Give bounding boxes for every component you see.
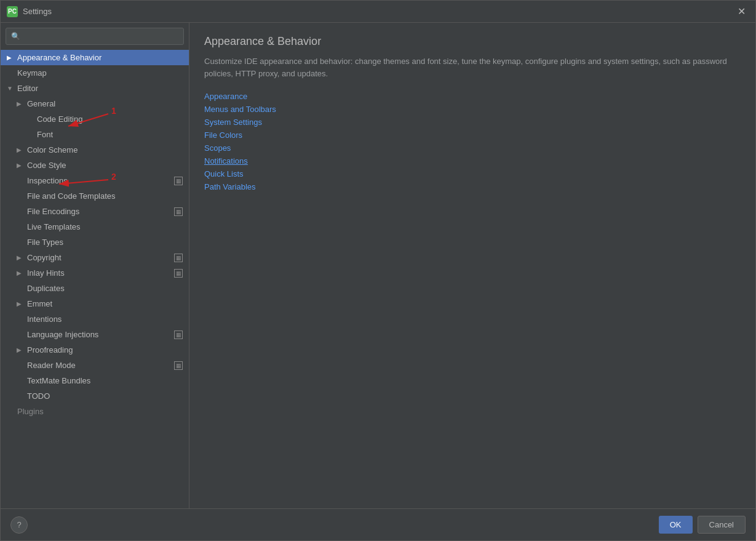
sidebar-item-code-style[interactable]: ▶ Code Style bbox=[1, 158, 189, 173]
sidebar: 🔍 ▶ Appearance & Behavior Keymap ▼ bbox=[1, 23, 189, 508]
sidebar-item-label: Language Injections bbox=[27, 330, 172, 339]
help-button[interactable]: ? bbox=[10, 516, 28, 534]
settings-badge: ▦ bbox=[174, 177, 183, 185]
link-scopes[interactable]: Scopes bbox=[204, 143, 741, 153]
sidebar-item-label: TextMate Bundles bbox=[27, 376, 183, 385]
settings-dialog: PC Settings ✕ 🔍 ▶ Appearance & Behavior bbox=[0, 0, 756, 541]
sidebar-item-proofreading[interactable]: ▶ Proofreading bbox=[1, 342, 189, 358]
sidebar-item-label: Inlay Hints bbox=[27, 268, 172, 278]
chevron-icon: ▶ bbox=[17, 254, 24, 261]
settings-badge: ▦ bbox=[174, 254, 183, 262]
action-buttons: OK Cancel bbox=[659, 516, 746, 534]
content-area: 🔍 ▶ Appearance & Behavior Keymap ▼ bbox=[1, 23, 755, 508]
sidebar-item-editor[interactable]: ▼ Editor bbox=[1, 81, 189, 96]
sidebar-item-label: Code Style bbox=[27, 161, 183, 170]
link-quick-lists[interactable]: Quick Lists bbox=[204, 169, 741, 178]
chevron-placeholder bbox=[7, 70, 14, 76]
settings-badge: ▦ bbox=[174, 331, 183, 339]
sidebar-item-label: Emmet bbox=[27, 299, 183, 308]
sidebar-item-emmet[interactable]: ▶ Emmet bbox=[1, 296, 189, 311]
sidebar-item-language-injections[interactable]: Language Injections ▦ bbox=[1, 327, 189, 342]
chevron-placeholder bbox=[17, 362, 24, 369]
link-system-settings[interactable]: System Settings bbox=[204, 118, 741, 127]
sidebar-item-file-code-templates[interactable]: File and Code Templates bbox=[1, 188, 189, 204]
sidebar-item-label: Appearance & Behavior bbox=[17, 53, 183, 62]
main-content: Appearance & Behavior Customize IDE appe… bbox=[189, 23, 755, 508]
sidebar-item-label: Editor bbox=[17, 84, 183, 93]
search-box[interactable]: 🔍 bbox=[6, 28, 184, 45]
chevron-placeholder bbox=[17, 316, 24, 323]
settings-badge: ▦ bbox=[174, 207, 183, 216]
sidebar-item-file-encodings[interactable]: File Encodings ▦ bbox=[1, 204, 189, 219]
chevron-placeholder bbox=[7, 408, 14, 415]
chevron-placeholder bbox=[26, 116, 34, 122]
cancel-button[interactable]: Cancel bbox=[698, 516, 746, 534]
chevron-icon: ▶ bbox=[17, 347, 24, 353]
chevron-placeholder bbox=[17, 193, 24, 199]
sidebar-item-color-scheme[interactable]: ▶ Color Scheme bbox=[1, 142, 189, 158]
sidebar-item-appearance-behavior[interactable]: ▶ Appearance & Behavior bbox=[1, 50, 189, 65]
sidebar-item-code-editing[interactable]: Code Editing bbox=[1, 111, 189, 127]
page-title: Appearance & Behavior bbox=[204, 35, 741, 48]
title-bar: PC Settings ✕ bbox=[1, 1, 755, 23]
link-appearance[interactable]: Appearance bbox=[204, 92, 741, 101]
chevron-placeholder bbox=[26, 131, 34, 138]
sidebar-item-todo[interactable]: TODO bbox=[1, 388, 189, 404]
link-path-variables[interactable]: Path Variables bbox=[204, 182, 741, 191]
sidebar-item-plugins[interactable]: Plugins bbox=[1, 404, 189, 419]
sidebar-item-inlay-hints[interactable]: ▶ Inlay Hints ▦ bbox=[1, 265, 189, 281]
chevron-placeholder bbox=[17, 393, 24, 399]
settings-badge: ▦ bbox=[174, 361, 183, 370]
chevron-icon: ▶ bbox=[17, 146, 24, 153]
chevron-placeholder bbox=[17, 239, 24, 246]
sidebar-item-label: Font bbox=[37, 130, 183, 139]
sidebar-item-live-templates[interactable]: Live Templates bbox=[1, 219, 189, 234]
ok-button[interactable]: OK bbox=[659, 516, 693, 534]
page-description: Customize IDE appearance and behavior: c… bbox=[204, 55, 741, 79]
link-list: Appearance Menus and Toolbars System Set… bbox=[204, 92, 741, 191]
chevron-icon: ▶ bbox=[7, 54, 14, 61]
sidebar-item-label: Live Templates bbox=[27, 222, 183, 231]
sidebar-item-label: TODO bbox=[27, 391, 183, 401]
link-file-colors[interactable]: File Colors bbox=[204, 130, 741, 140]
search-input[interactable] bbox=[23, 32, 178, 41]
sidebar-item-label: Inspections bbox=[27, 176, 172, 185]
sidebar-item-label: Intentions bbox=[27, 315, 183, 324]
sidebar-item-label: File Types bbox=[27, 238, 183, 247]
sidebar-item-keymap[interactable]: Keymap bbox=[1, 65, 189, 81]
sidebar-item-intentions[interactable]: Intentions bbox=[1, 311, 189, 327]
sidebar-item-label: Copyright bbox=[27, 253, 172, 262]
app-icon: PC bbox=[7, 6, 18, 17]
sidebar-item-label: File and Code Templates bbox=[27, 191, 183, 201]
chevron-placeholder bbox=[17, 285, 24, 292]
search-icon: 🔍 bbox=[11, 32, 20, 41]
sidebar-tree: ▶ Appearance & Behavior Keymap ▼ Editor … bbox=[1, 50, 189, 508]
sidebar-item-file-types[interactable]: File Types bbox=[1, 234, 189, 250]
sidebar-item-label: Proofreading bbox=[27, 345, 183, 355]
sidebar-item-label: Code Editing bbox=[37, 114, 183, 124]
sidebar-item-inspections[interactable]: Inspections ▦ bbox=[1, 173, 189, 188]
chevron-placeholder bbox=[17, 377, 24, 384]
window-title: Settings bbox=[23, 7, 734, 16]
chevron-placeholder bbox=[17, 177, 24, 184]
sidebar-item-general[interactable]: ▶ General bbox=[1, 96, 189, 111]
sidebar-item-copyright[interactable]: ▶ Copyright ▦ bbox=[1, 250, 189, 265]
sidebar-item-label: Plugins bbox=[17, 407, 183, 416]
link-menus-toolbars[interactable]: Menus and Toolbars bbox=[204, 105, 741, 114]
chevron-placeholder bbox=[17, 223, 24, 230]
sidebar-item-label: File Encodings bbox=[27, 207, 172, 216]
sidebar-item-label: Duplicates bbox=[27, 284, 183, 293]
sidebar-item-duplicates[interactable]: Duplicates bbox=[1, 281, 189, 296]
sidebar-item-font[interactable]: Font bbox=[1, 127, 189, 142]
chevron-placeholder bbox=[17, 331, 24, 338]
link-notifications[interactable]: Notifications bbox=[204, 156, 741, 166]
chevron-icon: ▶ bbox=[17, 100, 24, 107]
bottom-bar: ? OK Cancel bbox=[1, 508, 755, 540]
sidebar-item-textmate-bundles[interactable]: TextMate Bundles bbox=[1, 373, 189, 388]
settings-badge: ▦ bbox=[174, 269, 183, 278]
sidebar-item-label: Keymap bbox=[17, 68, 183, 78]
close-button[interactable]: ✕ bbox=[734, 4, 749, 18]
sidebar-item-label: Reader Mode bbox=[27, 361, 172, 370]
sidebar-item-reader-mode[interactable]: Reader Mode ▦ bbox=[1, 358, 189, 373]
sidebar-item-label: Color Scheme bbox=[27, 145, 183, 154]
